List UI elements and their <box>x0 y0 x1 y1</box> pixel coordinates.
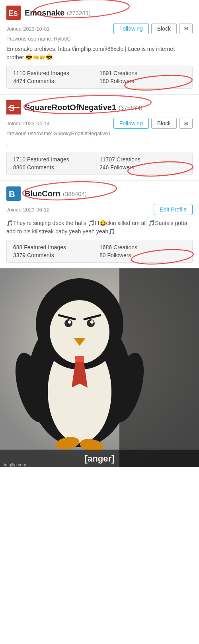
profile-squarerootofnegative1: S SquareRootOfNegative1 (375634) Joined … <box>0 95 199 175</box>
bluecorn-creations: 1686 Creations <box>100 244 186 250</box>
svg-point-21 <box>64 319 72 327</box>
bluecorn-meta-row: Joined 2023-06-12 Edit Profile <box>6 204 193 215</box>
bluecorn-name: BlueCorn <box>25 189 60 198</box>
penguin-meme: [anger] imgflip.com <box>0 268 199 467</box>
profile-header-square: S SquareRootOfNegative1 (375634) <box>6 100 193 114</box>
emosnake-userid: (273281) <box>67 10 91 16</box>
bluecorn-bio: 🎵They're singing deck the halls 🎵I f😝cki… <box>6 219 193 236</box>
emosnake-actions: Following Block ✉ <box>113 23 193 34</box>
square-bio: . <box>6 140 193 148</box>
bluecorn-stats: 688 Featured Images 1686 Creations 3379 … <box>6 240 193 263</box>
emosnake-join-date: Joined 2023-10-01 <box>6 26 49 32</box>
profile-header-bluecorn: B BlueCorn (388404) <box>6 186 193 201</box>
square-block-button[interactable]: Block <box>151 118 177 129</box>
emosnake-comments: 4474 Comments <box>13 78 100 84</box>
emosnake-following-button[interactable]: Following <box>113 23 149 34</box>
square-stats: 1710 Featured Images 11707 Creations 886… <box>6 152 193 175</box>
svg-point-25 <box>90 320 94 324</box>
square-mail-button[interactable]: ✉ <box>179 118 193 129</box>
svg-point-24 <box>87 319 95 327</box>
square-icon: S <box>6 100 21 114</box>
svg-point-22 <box>68 320 71 324</box>
bluecorn-join-date: Joined 2023-06-12 <box>6 207 49 213</box>
square-name: SquareRootOfNegative1 <box>25 103 116 112</box>
square-join-date: Joined 2023-04-14 <box>6 120 49 126</box>
emosnake-mail-button[interactable]: ✉ <box>179 23 193 34</box>
penguin-svg: [anger] imgflip.com <box>0 268 199 467</box>
svg-point-19 <box>50 300 109 364</box>
svg-text:S: S <box>9 103 15 113</box>
emosnake-name: Emosnake <box>25 8 64 17</box>
svg-text:S: S <box>14 10 18 17</box>
bluecorn-userid: (388404) <box>63 190 87 197</box>
emosnake-meta-row: Joined 2023-10-01 Following Block ✉ <box>6 23 193 34</box>
emosnake-bio: Emosnake archives: https://imgflip.com/i… <box>6 45 193 62</box>
penguin-meme-image: [anger] imgflip.com <box>0 268 199 467</box>
emosnake-stats: 1110 Featured Images 1891 Creations 4474… <box>6 66 193 89</box>
emosnake-creations: 1891 Creations <box>100 70 186 76</box>
profile-emosnake: E S Emosnake (273281) Joined 2023-10-01 … <box>0 0 199 89</box>
square-userid: (375634) <box>119 104 142 111</box>
square-creations: 11707 Creations <box>100 156 186 163</box>
emosnake-prev-username: Previous username: RylotIC <box>6 36 193 42</box>
svg-text:imgflip.com: imgflip.com <box>4 462 26 467</box>
emosnake-icon: E S <box>6 6 21 20</box>
bluecorn-icon: B <box>6 186 21 201</box>
emosnake-featured-images: 1110 Featured Images <box>13 70 100 76</box>
square-followers: 246 Followers <box>100 164 186 171</box>
profile-header-emosnake: E S Emosnake (273281) <box>6 6 193 20</box>
square-comments: 8866 Comments <box>13 164 100 171</box>
profile-bluecorn: B BlueCorn (388404) Joined 2023-06-12 Ed… <box>0 181 199 263</box>
svg-marker-30 <box>75 356 84 362</box>
bluecorn-comments: 3379 Comments <box>13 252 100 258</box>
svg-text:B: B <box>9 189 15 199</box>
square-meta-row: Joined 2023-04-14 Following Block ✉ <box>6 118 193 129</box>
bluecorn-featured-images: 688 Featured Images <box>13 244 100 250</box>
bluecorn-followers: 80 Followers <box>100 252 186 258</box>
emosnake-followers: 180 Followers <box>100 78 186 84</box>
emosnake-block-button[interactable]: Block <box>151 23 177 34</box>
bluecorn-actions: Edit Profile <box>154 204 193 215</box>
square-featured-images: 1710 Featured Images <box>13 156 100 163</box>
bluecorn-edit-button[interactable]: Edit Profile <box>154 204 193 215</box>
square-prev-username: Previous username: SpookyRootOfNegative1 <box>6 130 193 136</box>
svg-text:[anger]: [anger] <box>85 454 115 464</box>
square-following-button[interactable]: Following <box>113 118 149 129</box>
square-actions: Following Block ✉ <box>113 118 193 129</box>
svg-text:E: E <box>8 9 14 17</box>
